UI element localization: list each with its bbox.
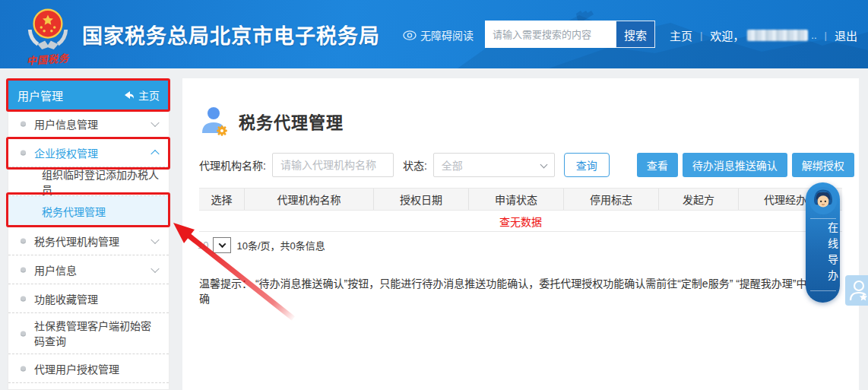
sidebar-item-7[interactable]: 社保费管理客户端初始密码查询 (8, 313, 169, 354)
sidebar-header: 用户管理 主页 (8, 81, 169, 109)
favorite-user-widget[interactable] (845, 275, 868, 306)
sidebar-item-label: 税务代理机构管理 (34, 233, 119, 249)
eye-icon (403, 30, 417, 40)
bullet-icon (21, 331, 26, 336)
nav-separator: | (825, 30, 827, 41)
bullet-icon (21, 267, 26, 272)
welcome-text: 欢迎， .. (710, 27, 816, 43)
table-header-row: 选择代理机构名称授权日期申请状态停用标志发起方代理经办人 (199, 188, 842, 211)
accessibility-label: 无障碍阅读 (420, 27, 474, 43)
status-select[interactable]: 全部 (433, 153, 555, 177)
sidebar-home-link[interactable]: 主页 (124, 87, 160, 103)
chevron-up-icon (150, 149, 159, 157)
username-redacted (747, 30, 808, 41)
header-nav: 主页 | 欢迎， .. | 退出 (670, 27, 857, 43)
page-size-value: 10 (198, 239, 208, 251)
assistant-avatar (809, 186, 838, 215)
username-ellipsis: .. (811, 30, 816, 41)
tip-text: 温馨提示： “待办消息推送确认”按钮，只能进行待办消息推送功能确认，委托代理授权… (199, 276, 838, 306)
table-column-header: 代理机构名称 (245, 189, 374, 210)
user-gear-icon (199, 106, 230, 136)
action-button-1[interactable]: 待办消息推送确认 (683, 153, 787, 177)
agency-logo: 中国税务 (21, 5, 74, 66)
page-size-select[interactable] (213, 237, 231, 253)
chevron-down-icon (150, 264, 159, 272)
sidebar: 用户管理 主页 用户信息管理企业授权管理组织临时登记添加办税人员税务代理管理税务… (8, 81, 169, 390)
sidebar-item-3[interactable]: 税务代理管理 (8, 196, 169, 227)
chevron-down-icon (150, 118, 159, 126)
bullet-icon (21, 121, 26, 126)
page-header: 税务代理管理 (182, 78, 859, 136)
tax-emblem-icon (24, 5, 71, 50)
sidebar-title: 用户管理 (17, 87, 63, 103)
sidebar-item-label: 社保费管理客户端初始密码查询 (34, 319, 157, 349)
status-label: 状态: (403, 157, 427, 173)
action-buttons: 查看待办消息推送确认解绑授权 (637, 153, 854, 177)
sidebar-item-0[interactable]: 用户信息管理 (8, 109, 169, 138)
pagination: 10 10条/页，共0条信息 (198, 237, 859, 253)
welcome-label: 欢迎， (710, 27, 744, 43)
nav-separator: | (700, 30, 702, 41)
top-header: 中国税务 国家税务总局北京市电子税务局 无障碍阅读 搜索 主页 | 欢迎， ..… (0, 0, 868, 68)
sidebar-item-2[interactable]: 组织临时登记添加办税人员 (8, 167, 169, 196)
pagination-info: 10条/页，共0条信息 (236, 238, 325, 252)
person-star-icon (849, 279, 868, 302)
query-button[interactable]: 查询 (564, 153, 610, 177)
back-arrow-icon (124, 90, 135, 100)
table-column-header: 停用标志 (564, 189, 659, 210)
sidebar-item-label: 功能收藏管理 (34, 291, 98, 306)
table-empty-row: 查无数据 (199, 211, 842, 232)
chevron-down-icon (540, 161, 547, 169)
sidebar-item-5[interactable]: 用户信息 (8, 255, 169, 284)
site-title: 国家税务总局北京市电子税务局 (82, 20, 380, 49)
sidebar-item-label: 企业授权管理 (34, 145, 98, 160)
online-guide-label: 在线导办 (806, 222, 840, 286)
sidebar-item-8[interactable]: 代理用户授权管理 (8, 354, 169, 383)
sidebar-item-label: 税务代理管理 (42, 204, 106, 219)
bullet-icon (21, 238, 26, 243)
nav-home-link[interactable]: 主页 (670, 27, 692, 43)
agency-name-label: 代理机构名称: (199, 157, 266, 173)
search-input[interactable] (485, 21, 616, 48)
table-column-header: 授权日期 (374, 189, 469, 210)
bullet-icon (21, 150, 26, 155)
sidebar-item-label: 用户信息管理 (34, 116, 98, 132)
no-data-text: 查无数据 (499, 214, 542, 229)
action-button-2[interactable]: 解绑授权 (792, 153, 854, 177)
main-panel: 税务代理管理 代理机构名称: 状态: 全部 查询 查看待办消息推送确认解绑授权 … (182, 78, 859, 390)
action-button-0[interactable]: 查看 (637, 153, 678, 177)
page-title: 税务代理管理 (239, 109, 344, 133)
online-guide-button[interactable]: 在线导办 (806, 182, 840, 303)
divider (810, 218, 836, 219)
agency-name-input[interactable] (272, 153, 394, 177)
table-column-header: 发起方 (659, 189, 739, 210)
table-column-header: 申请状态 (469, 189, 564, 210)
sidebar-item-6[interactable]: 功能收藏管理 (8, 284, 169, 313)
agency-table: 选择代理机构名称授权日期申请状态停用标志发起方代理经办人 查无数据 (199, 188, 842, 232)
status-selected-value: 全部 (442, 157, 463, 173)
logo-caption: 中国税务 (21, 50, 74, 68)
chevron-down-icon (219, 240, 227, 248)
sidebar-home-label: 主页 (138, 87, 160, 103)
bullet-icon (21, 366, 26, 371)
sidebar-item-label: 代理用户授权管理 (34, 361, 119, 376)
filter-row: 代理机构名称: 状态: 全部 查询 查看待办消息推送确认解绑授权 (199, 153, 859, 177)
search-button[interactable]: 搜索 (616, 21, 655, 48)
chevron-down-icon (150, 235, 159, 243)
bullet-icon (21, 296, 26, 301)
sidebar-item-1[interactable]: 企业授权管理 (8, 138, 169, 167)
sidebar-item-label: 用户信息 (34, 262, 77, 277)
sidebar-items: 用户信息管理企业授权管理组织临时登记添加办税人员税务代理管理税务代理机构管理用户… (8, 109, 169, 383)
sidebar-item-4[interactable]: 税务代理机构管理 (8, 227, 169, 255)
table-column-header: 选择 (199, 189, 245, 210)
logout-link[interactable]: 退出 (835, 27, 857, 43)
sidebar-item-label: 组织临时登记添加办税人员 (42, 166, 169, 197)
divider (810, 290, 836, 291)
accessibility-link[interactable]: 无障碍阅读 (403, 27, 474, 43)
header-search: 搜索 (485, 21, 655, 48)
